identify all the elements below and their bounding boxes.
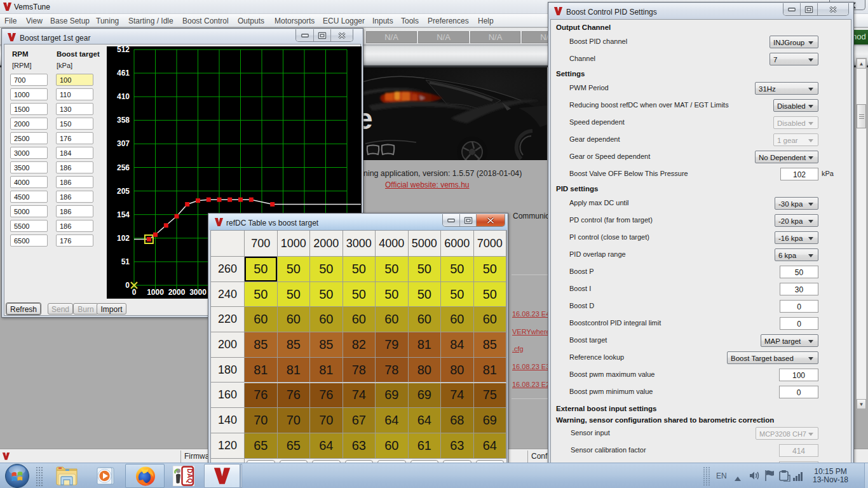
svg-text:154: 154 xyxy=(117,210,130,219)
svg-text:256: 256 xyxy=(117,163,130,172)
svg-text:1000: 1000 xyxy=(147,288,164,297)
svg-text:DAQ: DAQ xyxy=(186,468,194,483)
svg-text:358: 358 xyxy=(117,116,130,125)
svg-text:51: 51 xyxy=(121,257,130,266)
svg-text:307: 307 xyxy=(117,139,130,148)
svg-text:0: 0 xyxy=(125,281,130,290)
svg-text:2000: 2000 xyxy=(168,288,186,297)
svg-text:461: 461 xyxy=(117,69,130,78)
svg-text:512: 512 xyxy=(117,46,130,54)
svg-text:205: 205 xyxy=(117,187,130,196)
svg-text:3000: 3000 xyxy=(189,288,207,297)
svg-text:102: 102 xyxy=(117,234,130,243)
svg-text:410: 410 xyxy=(117,92,130,101)
svg-text:0: 0 xyxy=(132,288,137,297)
